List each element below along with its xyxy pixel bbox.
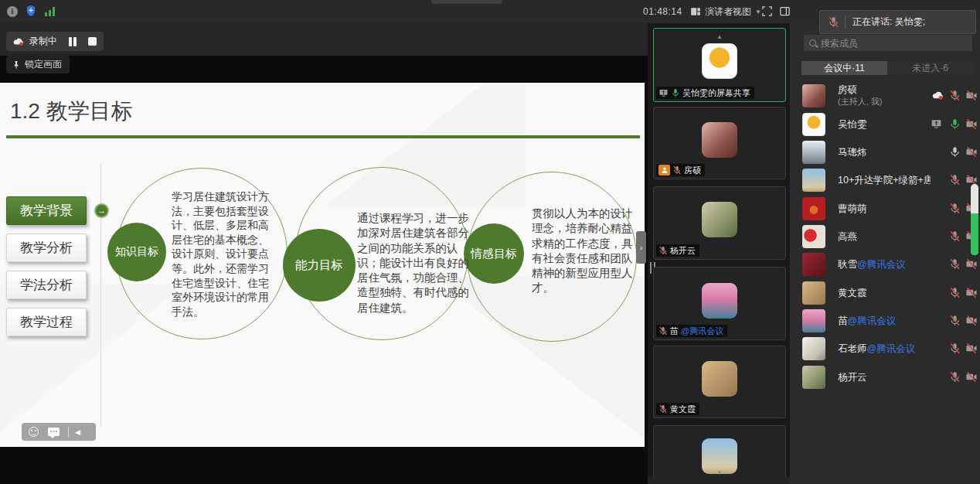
avatar [702,202,737,237]
side-by-side-layout-icon[interactable] [779,5,791,17]
screen-share-icon [931,118,942,129]
tile-name-label: 杨开云 [656,244,699,257]
volume-slider[interactable] [971,184,978,255]
chat-bubble-icon[interactable] [48,428,60,436]
mic-muted-icon[interactable] [949,90,961,101]
tile-name-label: 吴怡雯的屏幕共享 [656,87,754,99]
screen-share-icon [658,88,669,97]
mic-muted-icon[interactable] [949,287,961,298]
emoji-reaction-icon[interactable] [29,427,39,437]
camera-off-icon[interactable] [965,343,978,354]
pause-recording-button[interactable] [68,37,77,46]
mic-muted-icon [658,326,668,336]
video-tile[interactable]: 苗@腾讯会议 [653,267,786,340]
participant-row[interactable]: 吴怡雯 [796,111,977,138]
arrow-right-badge-icon: → [94,203,109,218]
camera-off-icon[interactable] [965,287,978,298]
camera-off-icon[interactable] [965,371,978,383]
participant-row[interactable]: 苗@腾讯会议 [796,307,977,335]
participant-row[interactable]: 曹萌萌 [796,195,977,223]
meeting-info-icon[interactable]: i [7,6,18,17]
mic-muted-icon[interactable] [949,203,961,214]
fullscreen-icon[interactable] [761,5,773,17]
toast-divider [845,16,846,29]
goal-label-knowledge: 知识目标 [107,223,166,281]
participant-row[interactable]: 黄文霞 [796,279,977,307]
participant-row[interactable]: 高燕 [796,223,977,251]
stop-recording-button[interactable] [88,37,97,46]
participant-row[interactable]: 石老师@腾讯会议 [796,335,977,363]
mic-muted-icon [828,16,839,28]
camera-off-icon[interactable] [965,146,978,158]
reaction-toolbar[interactable]: ◀ [22,423,96,441]
mic-idle-icon[interactable] [949,146,961,158]
participant-row[interactable]: 杨开云 [796,363,977,391]
recording-status-label: 录制中 [29,35,57,48]
mic-muted-icon [658,404,668,414]
toolbar-collapse-tab[interactable] [431,0,502,4]
avatar [802,337,825,360]
mic-muted-icon[interactable] [949,230,961,242]
mic-muted-icon [672,165,682,175]
camera-off-icon[interactable] [965,118,978,130]
camera-off-icon[interactable] [965,315,978,326]
presentation-slide: 1.2 教学目标 教学背景 教学分析 学法分析 教学过程 → 知识目标 能力目标… [0,83,645,447]
network-signal-icon[interactable] [45,7,57,16]
scroll-up-icon[interactable]: ▲ [716,33,723,40]
security-shield-icon[interactable] [26,5,36,17]
view-switcher-label: 演讲者视图 [705,5,751,19]
avatar [802,225,825,248]
tile-name-label: 苗@腾讯会议 [656,325,727,337]
slide-menu-item-analysis: 教学分析 [6,233,87,262]
search-input[interactable] [821,38,972,49]
goal-text-knowledge: 学习居住建筑设计方法，主要包括套型设计、低层、多层和高层住宅的基本概念、设计原则… [172,189,278,319]
avatar [702,43,737,79]
participant-row[interactable]: 耿雪@腾讯会议 [796,251,977,278]
speaking-toast: 正在讲话: 吴怡雯; [819,10,976,34]
scroll-down-icon[interactable]: ▼ [716,469,723,476]
tile-name-label: 黄文霞 [656,403,699,415]
mic-muted-icon[interactable] [949,343,961,354]
tab-not-joined[interactable]: 未进入·6 [887,61,973,75]
meeting-app-window: i 01:48:14 演讲者视图 ▼ 录制中 锁定画面 1.2 教 [0,0,980,484]
video-tile[interactable]: 黄文霞 [653,346,786,418]
title-underline [6,135,640,138]
mic-on-icon [671,88,680,97]
video-tile-screenshare[interactable]: ▲ 吴怡雯的屏幕共享 [653,28,786,102]
mic-muted-icon[interactable] [949,258,961,270]
lock-view-label: 锁定画面 [25,58,62,71]
toolbar-divider [68,427,69,437]
view-switcher[interactable]: 演讲者视图 ▼ [690,4,761,19]
speaking-toast-text: 正在讲话: 吴怡雯; [852,15,925,29]
participant-row[interactable]: 10+升达学院+绿箭+唐悦@.. [796,166,977,194]
collapse-left-icon[interactable]: ◀ [75,428,80,436]
member-search[interactable] [804,35,972,51]
tile-name-label: 房硕 [656,164,705,176]
participant-row[interactable]: 马璁炜 [796,138,977,166]
search-icon [809,39,816,46]
video-tile[interactable]: 杨开云 [653,186,786,260]
goal-text-ability: 通过课程学习，进一步加深对居住建筑各部分之间的功能关系的认识；能设计出有良好的居… [357,211,476,315]
goal-label-ability: 能力目标 [283,229,356,302]
mic-muted-icon[interactable] [949,174,961,186]
camera-off-icon[interactable] [965,258,978,270]
filmstrip-bottom-strip [648,477,790,484]
participant-row[interactable]: 房硕 (主持人, 我) [796,82,977,110]
meeting-timer: 01:48:14 [643,6,682,17]
mic-on-icon[interactable] [949,118,961,130]
tab-in-meeting[interactable]: 会议中·11 [801,61,887,75]
mic-muted-icon[interactable] [949,315,961,326]
avatar [802,197,825,220]
lock-view-button[interactable]: 锁定画面 [6,56,70,73]
mic-muted-icon [658,246,668,255]
expand-panel-handle[interactable]: › [636,231,646,264]
slide-menu-item-process: 教学过程 [6,308,87,336]
avatar [802,169,825,192]
mic-muted-icon[interactable] [949,371,961,383]
camera-off-icon[interactable] [965,90,978,101]
video-tile[interactable]: 房硕 [653,107,786,179]
avatar [802,281,825,305]
participants-panel: 会中 正在讲话: 吴怡雯; 会议中·11 未进入·6 房硕 (主持人, 我) 吴… [790,0,980,484]
avatar [802,253,825,276]
video-tile[interactable]: ▼ [653,425,786,479]
